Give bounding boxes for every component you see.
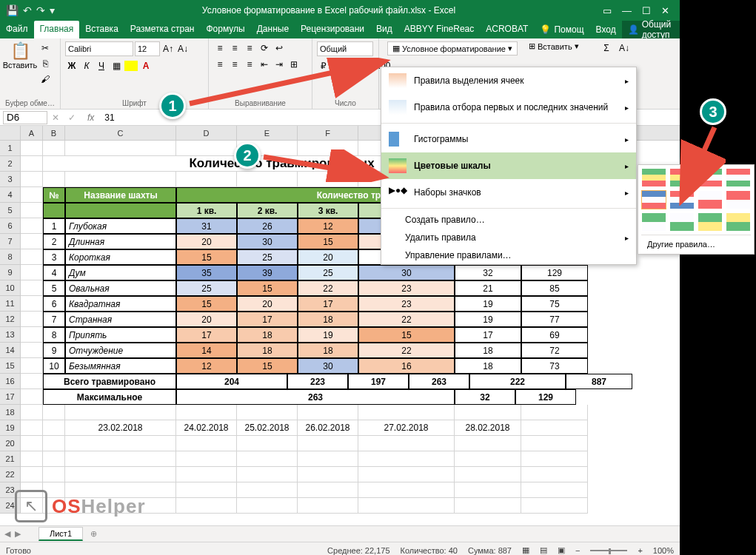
menu-new-rule[interactable]: Создать правило… bbox=[381, 211, 636, 229]
cell[interactable] bbox=[176, 451, 237, 467]
cell[interactable]: 17 bbox=[237, 312, 298, 327]
share-button[interactable]: 👤 Общий доступ bbox=[622, 21, 680, 38]
cell[interactable] bbox=[21, 296, 43, 312]
cell[interactable]: 5 bbox=[43, 280, 65, 296]
cell[interactable]: 22 bbox=[298, 280, 358, 296]
cell[interactable]: Овальная bbox=[65, 280, 176, 296]
name-box[interactable] bbox=[3, 111, 47, 124]
menu-clear-rules[interactable]: Удалить правила▸ bbox=[381, 229, 636, 246]
cell[interactable] bbox=[237, 482, 298, 498]
col-header[interactable]: E bbox=[237, 126, 298, 140]
cell[interactable]: 69 bbox=[521, 327, 588, 343]
cell[interactable]: 73 bbox=[521, 358, 588, 374]
cell[interactable]: 15 bbox=[358, 327, 455, 343]
cell[interactable]: 28.02.2018 bbox=[455, 420, 521, 436]
row-header[interactable]: 20 bbox=[0, 436, 21, 451]
maximize-icon[interactable]: ☐ bbox=[642, 5, 651, 16]
prev-sheet-icon[interactable]: ◀ bbox=[0, 529, 15, 539]
cell[interactable] bbox=[298, 498, 358, 514]
cell[interactable] bbox=[65, 436, 176, 451]
color-scale-preset[interactable] bbox=[641, 190, 666, 209]
cell[interactable]: 8 bbox=[43, 327, 65, 343]
cell[interactable]: 30 bbox=[298, 358, 358, 374]
cell[interactable] bbox=[521, 482, 588, 498]
copy-icon[interactable]: ⎘ bbox=[39, 57, 52, 70]
cell[interactable]: 19 bbox=[455, 312, 521, 327]
cell[interactable] bbox=[21, 280, 43, 296]
row-header[interactable]: 1 bbox=[0, 141, 21, 156]
cell[interactable] bbox=[455, 467, 521, 482]
cell[interactable]: Название шахты bbox=[65, 187, 176, 203]
cell[interactable]: 263 bbox=[176, 389, 455, 405]
cell[interactable] bbox=[21, 358, 43, 374]
cell[interactable] bbox=[176, 405, 237, 420]
cell[interactable]: 17 bbox=[298, 296, 358, 312]
row-header[interactable]: 6 bbox=[0, 218, 21, 234]
tab-layout[interactable]: Разметка стран bbox=[124, 21, 201, 38]
menu-top-bottom-rules[interactable]: Правила отбора первых и последних значен… bbox=[381, 94, 636, 121]
cell[interactable] bbox=[455, 451, 521, 467]
cell[interactable]: 32 bbox=[455, 389, 515, 405]
cell[interactable]: 18 bbox=[237, 327, 298, 343]
cell[interactable] bbox=[65, 405, 176, 420]
cell[interactable]: 20 bbox=[176, 234, 237, 249]
cell[interactable] bbox=[43, 436, 65, 451]
view-break-icon[interactable]: ▣ bbox=[558, 545, 565, 555]
zoom-level[interactable]: 100% bbox=[653, 546, 674, 555]
cell[interactable] bbox=[21, 249, 43, 265]
cell[interactable] bbox=[65, 141, 176, 156]
tab-acrobat[interactable]: ACROBAT bbox=[480, 21, 534, 38]
cut-icon[interactable]: ✂ bbox=[39, 41, 52, 55]
cell[interactable]: 25.02.2018 bbox=[237, 420, 298, 436]
close-icon[interactable]: ✕ bbox=[661, 5, 669, 16]
cell[interactable]: 17 bbox=[455, 327, 521, 343]
grow-font-icon[interactable]: A↑ bbox=[161, 42, 175, 56]
cell[interactable] bbox=[455, 482, 521, 498]
cell[interactable]: 20 bbox=[298, 249, 358, 265]
row-header[interactable]: 19 bbox=[0, 420, 21, 436]
sort-icon[interactable]: A↓ bbox=[618, 41, 631, 55]
cell[interactable]: 2 bbox=[43, 234, 65, 249]
col-header[interactable]: B bbox=[43, 126, 65, 140]
color-scale-preset[interactable] bbox=[698, 212, 723, 232]
redo-icon[interactable]: ↷ bbox=[36, 4, 45, 16]
menu-color-scales[interactable]: Цветовые шкалы▸ bbox=[381, 152, 636, 179]
cell[interactable]: 15 bbox=[298, 234, 358, 249]
border-icon[interactable]: ▦ bbox=[110, 59, 123, 73]
cell[interactable]: 25 bbox=[176, 280, 237, 296]
cell[interactable]: 25 bbox=[298, 265, 358, 280]
row-header[interactable]: 13 bbox=[0, 327, 21, 343]
tab-home[interactable]: Главная bbox=[34, 21, 80, 38]
cell[interactable]: 22 bbox=[358, 343, 455, 358]
cell[interactable] bbox=[521, 420, 588, 436]
ribbon-options-icon[interactable]: ▭ bbox=[603, 5, 612, 16]
cell[interactable]: 12 bbox=[176, 358, 237, 374]
cell[interactable]: 17 bbox=[176, 327, 237, 343]
cell[interactable]: 22 bbox=[358, 312, 455, 327]
cell[interactable] bbox=[65, 172, 176, 187]
cell[interactable] bbox=[521, 467, 588, 482]
row-header[interactable]: 17 bbox=[0, 389, 21, 405]
cell[interactable]: Отчуждение bbox=[65, 343, 176, 358]
cell[interactable]: 10 bbox=[43, 358, 65, 374]
cell[interactable] bbox=[43, 203, 65, 218]
cell[interactable] bbox=[21, 420, 43, 436]
cell[interactable]: 9 bbox=[43, 343, 65, 358]
cell[interactable]: Длинная bbox=[65, 234, 176, 249]
cell[interactable]: 85 bbox=[521, 280, 588, 296]
cell[interactable]: 223 bbox=[287, 374, 348, 389]
cell[interactable]: Всего травмировано bbox=[43, 374, 176, 389]
cell[interactable]: 1 bbox=[43, 218, 65, 234]
tab-review[interactable]: Рецензировани bbox=[295, 21, 370, 38]
cell[interactable] bbox=[21, 141, 43, 156]
align-bot-icon[interactable]: ≡ bbox=[243, 41, 256, 55]
cell[interactable] bbox=[237, 498, 298, 514]
cell[interactable] bbox=[21, 172, 43, 187]
cell[interactable]: 23 bbox=[358, 280, 455, 296]
cell[interactable] bbox=[21, 389, 43, 405]
cell[interactable]: 204 bbox=[176, 374, 287, 389]
cell[interactable] bbox=[521, 451, 588, 467]
tab-formulas[interactable]: Формулы bbox=[200, 21, 250, 38]
cell[interactable]: 129 bbox=[515, 389, 576, 405]
cell[interactable]: Короткая bbox=[65, 249, 176, 265]
